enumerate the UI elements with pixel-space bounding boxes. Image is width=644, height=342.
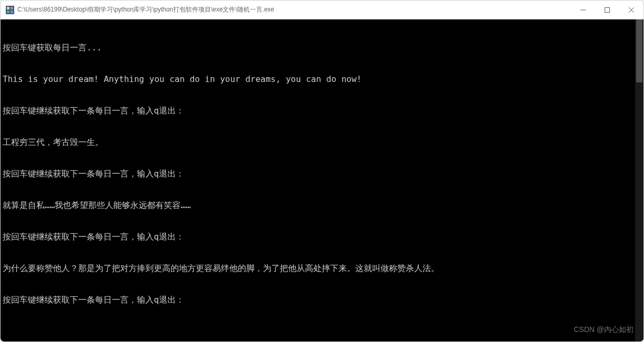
svg-rect-3 xyxy=(7,11,9,13)
console-line: 按回车键获取每日一言... xyxy=(3,43,635,53)
svg-rect-6 xyxy=(605,7,610,12)
app-icon xyxy=(6,6,14,14)
console-line: 为什么要称赞他人？那是为了把对方捧到更高的地方更容易绊他的脚，为了把他从高处摔下… xyxy=(3,263,635,274)
console-line: 工程穷三代，考古毁一生。 xyxy=(3,137,635,148)
console-line: 按回车键继续获取下一条每日一言，输入q退出： xyxy=(3,106,635,116)
minimize-button[interactable] xyxy=(571,1,595,19)
console-line: 按回车键继续获取下一条每日一言，输入q退出： xyxy=(3,169,635,179)
svg-rect-4 xyxy=(10,11,13,13)
console-line: 按回车键继续获取下一条每日一言，输入q退出： xyxy=(3,295,635,305)
vertical-scrollbar[interactable] xyxy=(635,19,643,341)
maximize-icon xyxy=(605,7,610,13)
scrollbar-thumb[interactable] xyxy=(636,19,642,82)
console-output[interactable]: 按回车键获取每日一言... This is your dream! Anythi… xyxy=(1,19,635,341)
console-area: 按回车键获取每日一言... This is your dream! Anythi… xyxy=(1,19,643,341)
maximize-button[interactable] xyxy=(595,1,619,19)
close-button[interactable] xyxy=(619,1,643,19)
titlebar[interactable]: C:\Users\86199\Desktop\假期学习\python库学习\py… xyxy=(1,1,643,19)
window-controls xyxy=(571,1,643,19)
console-line: 按回车键继续获取下一条每日一言，输入q退出： xyxy=(3,232,635,242)
window-title: C:\Users\86199\Desktop\假期学习\python库学习\py… xyxy=(17,5,571,14)
svg-rect-2 xyxy=(10,7,13,9)
console-line: 就算是自私……我也希望那些人能够永远都有笑容…… xyxy=(3,200,635,211)
svg-rect-1 xyxy=(7,7,9,9)
app-window: C:\Users\86199\Desktop\假期学习\python库学习\py… xyxy=(0,0,644,342)
console-line: This is your dream! Anything you can do … xyxy=(3,74,635,85)
close-icon xyxy=(629,7,634,13)
minimize-icon xyxy=(580,7,586,13)
